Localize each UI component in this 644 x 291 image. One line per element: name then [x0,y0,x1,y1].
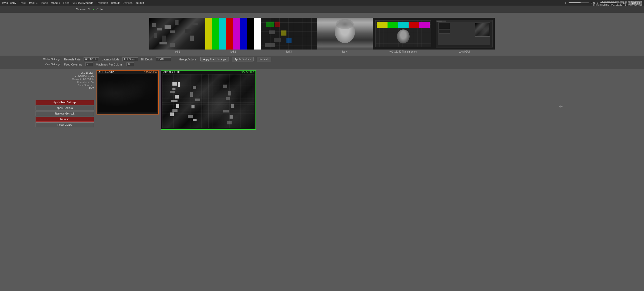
colorbar-3 [219,18,226,50]
thumbnail-localgui: Local GUI [434,18,495,53]
stage-value: stage 1 [51,1,60,4]
global-settings-label: Global Settings: [36,58,61,61]
left-actions: Apply Feed Settings Apply Genlock Remove… [36,100,94,127]
apply-feed-settings-button-machine[interactable]: Apply Feed Settings [36,100,94,105]
machine-panel: vx1-16152 vx1-16152 feeds Genlock: 60.00… [36,70,94,130]
reset-edids-button-machine[interactable]: Reset EDIDs [36,122,94,127]
feed-columns-value: 4 [85,62,93,66]
notification-line1: 1 notification(s) across all machines [593,1,642,3]
thumb-img-led2[interactable] [205,18,261,50]
colorbar-7 [247,18,254,50]
feed-columns-label: Feed Columns [64,63,82,66]
machine-name: vx1-16152 [36,71,94,74]
app-name: ipvfc - copy [2,1,16,4]
view-settings-row: View Settings: Feed Columns 4 Machines P… [36,62,608,66]
stage-label: Stage [41,1,48,4]
thumb-label-led1: led 1 [174,50,180,53]
thumb-img-localgui[interactable] [434,18,495,50]
refresh-rate-label: Refresh Rate [64,58,80,61]
thumb-label-vx1: vx1-16152 Transmission [390,50,417,53]
machine-ext-row: EXT [36,87,94,90]
machine-genlock-row: Genlock: 60.000Hz [36,78,94,81]
no-vfc-resolution: 2560x1440 [144,71,157,74]
thumbnail-led3: led 3 [261,18,317,53]
thumbnail-led4: led 4 [317,18,373,53]
thumbnail-vx1: vx1-16152 Transmission [373,18,434,53]
track-label: Track [19,1,26,4]
feed-box-vfc-slot1: VFC Slot 1 - IP 3840x2160 [161,70,256,130]
colorbar-6 [240,18,247,50]
global-settings-row: Global Settings: Refresh Rate 60.000 Hz … [36,57,608,61]
feed-label: Feed [63,1,70,4]
no-vfc-title: GUI - No VFC [99,71,114,74]
colorbar-1 [205,18,212,50]
machine-syncsource-row: Sync Source: [36,84,94,87]
thumb-label-led2: led 2 [230,50,236,53]
latency-mode-label: Latency Mode [102,58,119,61]
bit-depth-value: 10-Bit [156,57,171,61]
thumb-img-led1[interactable] [149,18,205,50]
volume-slider[interactable] [569,2,589,3]
thumbnail-led2: led 2 [205,18,261,53]
colorbar-4 [226,18,233,50]
feed-boxes: GUI - No VFC 2560x1440 VFC Slot 1 - IP 3… [96,70,256,130]
colorbar-5 [233,18,240,50]
track-value: track 1 [29,1,38,4]
thumbnails-row: led 1 led 2 [0,18,644,53]
session-play-icon[interactable]: ▶ [101,8,103,11]
session-reload-icon[interactable]: ↺ [96,8,99,11]
vfc-slot1-resolution: 3840x2160 [241,71,254,74]
refresh-button-machine[interactable]: Refresh [36,117,94,122]
thumb-label-led3: led 3 [286,50,292,53]
notification-line2: [This machine (vx1-16152)] 1 notificatio… [593,3,642,6]
session-label: Session [76,8,86,11]
bit-depth-label: Bit Depth [141,58,153,61]
session-link-icon: ⇅ [88,8,90,11]
main-content: led 1 led 2 [0,13,644,134]
top-bar: ipvfc - copy Track track 1 Stage stage 1… [0,0,644,6]
apply-genlock-button-global[interactable]: Apply Genlock [232,57,254,61]
thumb-img-led3[interactable] [261,18,317,50]
machines-per-column-label: Machines Per Column [96,63,123,66]
thumb-img-led4[interactable] [317,18,373,50]
devices-value: default [136,1,144,4]
color-bars [205,18,261,50]
thumb-label-led4: led 4 [342,50,348,53]
latency-mode-value: Full Speed [122,57,138,61]
feed-value: vx1-16152 feeds [73,1,93,4]
feed-box-no-vfc: GUI - No VFC 2560x1440 [96,70,159,115]
machines-per-column-value: 8 [126,62,134,66]
group-actions-label: Group Actions: [179,58,197,61]
vfc-slot1-title: VFC Slot 1 - IP [163,71,180,74]
apply-feed-settings-button-global[interactable]: Apply Feed Settings [200,57,229,61]
colorbar-8 [254,18,261,50]
machine-feeds-label: vx1-16152 feeds [36,75,94,78]
notification-area: 1 notification(s) across all machines [T… [593,1,642,6]
machine-framelock-row: Framelock: Ok [36,81,94,84]
mute-icon[interactable]: ● [565,1,567,4]
machines-area: vx1-16152 vx1-16152 feeds Genlock: 60.00… [0,69,644,131]
devices-label: Devices [123,1,133,4]
refresh-rate-value: 60.000 Hz [84,57,99,61]
thumb-img-vx1[interactable] [373,18,434,50]
colorbar-2 [212,18,219,50]
apply-genlock-button-machine[interactable]: Apply Genlock [36,106,94,110]
view-settings-label: View Settings: [36,63,61,66]
transport-label: Transport [96,1,108,4]
settings-section: Global Settings: Refresh Rate 60.000 Hz … [0,56,644,69]
empty-area: ✛ [259,70,608,130]
thumbnail-led1: led 1 [149,18,205,53]
crosshair-cursor: ✛ [559,104,563,109]
refresh-button-global[interactable]: Refresh [257,57,271,61]
session-green-dot: ● [92,7,94,11]
session-bar: Session ⇅ ● ↺ ▶ [0,6,644,13]
transport-value: default [111,1,120,4]
thumb-label-localgui: Local GUI [459,50,470,53]
remove-genlock-button-machine[interactable]: Remove Genlock [36,111,94,116]
